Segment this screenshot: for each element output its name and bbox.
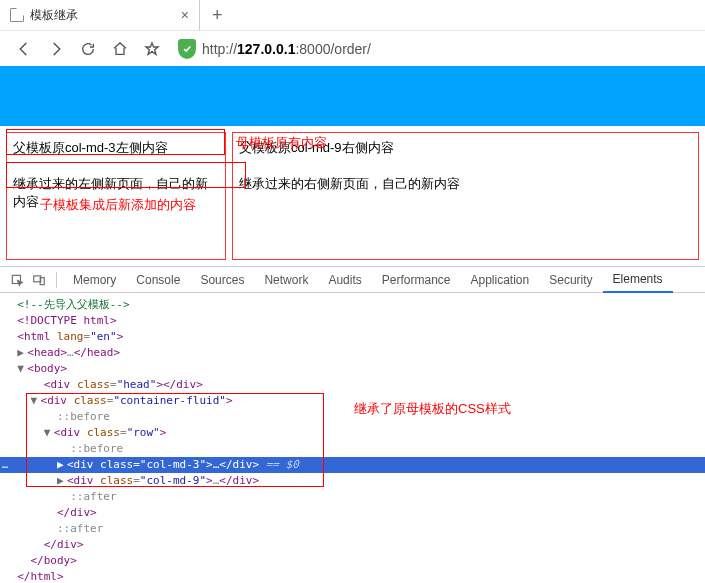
browser-tab[interactable]: 模板继承 × xyxy=(0,0,200,30)
left-child-content: 继承过来的左侧新页面，自己的新内容 xyxy=(13,175,219,211)
tree-line[interactable]: ▶<head>…</head> xyxy=(0,345,705,361)
tab-audits[interactable]: Audits xyxy=(318,267,371,293)
devtools-panel: Memory Console Sources Network Audits Pe… xyxy=(0,266,705,583)
tree-line[interactable]: ::after xyxy=(0,489,705,505)
forward-button[interactable] xyxy=(40,33,72,65)
tree-line[interactable]: ::after xyxy=(0,521,705,537)
inspect-icon[interactable] xyxy=(6,269,28,291)
url-path: :8000/order/ xyxy=(295,41,371,57)
tab-security[interactable]: Security xyxy=(539,267,602,293)
devtools-tabs: Memory Console Sources Network Audits Pe… xyxy=(0,267,705,293)
tab-application[interactable]: Application xyxy=(460,267,539,293)
url-bar[interactable]: http://127.0.0.1:8000/order/ xyxy=(202,41,371,57)
tree-line[interactable]: ▼<body> xyxy=(0,361,705,377)
tree-line[interactable]: </div> xyxy=(0,537,705,553)
home-button[interactable] xyxy=(104,33,136,65)
tab-sources[interactable]: Sources xyxy=(190,267,254,293)
tab-network[interactable]: Network xyxy=(254,267,318,293)
selection-marker: … xyxy=(0,457,10,473)
browser-nav-bar: http://127.0.0.1:8000/order/ xyxy=(0,30,705,66)
right-child-content: 继承过来的右侧新页面，自己的新内容 xyxy=(239,175,692,193)
tree-line-selected[interactable]: ▶<div class="col-md-3">…</div> == $0 xyxy=(0,457,705,473)
devtools-elements-tree[interactable]: <!--先导入父模板--> <!DOCTYPE html> <html lang… xyxy=(0,293,705,583)
tree-line[interactable]: <div class="head"></div> xyxy=(0,377,705,393)
tree-line[interactable]: </body> xyxy=(0,553,705,569)
tree-line[interactable]: </html> xyxy=(0,569,705,583)
device-toggle-icon[interactable] xyxy=(28,269,50,291)
page-banner xyxy=(0,66,705,126)
close-icon[interactable]: × xyxy=(181,7,189,23)
page-icon xyxy=(10,8,24,22)
tab-elements[interactable]: Elements xyxy=(603,267,673,293)
favorite-button[interactable] xyxy=(136,33,168,65)
left-parent-content: 父模板原col-md-3左侧内容 xyxy=(13,139,219,157)
tree-line[interactable]: ▶<div class="col-md-9">…</div> xyxy=(0,473,705,489)
refresh-button[interactable] xyxy=(72,33,104,65)
browser-tab-bar: 模板继承 × + xyxy=(0,0,705,30)
right-parent-content: 父模板原col-md-9右侧内容 xyxy=(239,139,692,157)
tree-line[interactable]: ▼<div class="row"> xyxy=(0,425,705,441)
tree-line[interactable]: <html lang="en"> xyxy=(0,329,705,345)
back-button[interactable] xyxy=(8,33,40,65)
tree-line[interactable]: <!--先导入父模板--> xyxy=(0,297,705,313)
tree-line[interactable]: ::before xyxy=(0,409,705,425)
tree-line[interactable]: ▼<div class="container-fluid"> xyxy=(0,393,705,409)
url-protocol: http:// xyxy=(202,41,237,57)
tree-line[interactable]: <!DOCTYPE html> xyxy=(0,313,705,329)
tab-console[interactable]: Console xyxy=(126,267,190,293)
column-left: 父模板原col-md-3左侧内容 继承过来的左侧新页面，自己的新内容 xyxy=(6,132,226,260)
tree-line[interactable]: </div> xyxy=(0,505,705,521)
column-right: 父模板原col-md-9右侧内容 继承过来的右侧新页面，自己的新内容 xyxy=(232,132,699,260)
shield-icon xyxy=(178,39,196,59)
tab-title: 模板继承 xyxy=(30,7,78,24)
url-host: 127.0.0.1 xyxy=(237,41,295,57)
new-tab-button[interactable]: + xyxy=(200,5,235,26)
tree-line[interactable]: ::before xyxy=(0,441,705,457)
page-content: 父模板原col-md-3左侧内容 继承过来的左侧新页面，自己的新内容 父模板原c… xyxy=(0,126,705,266)
tab-performance[interactable]: Performance xyxy=(372,267,461,293)
tab-memory[interactable]: Memory xyxy=(63,267,126,293)
